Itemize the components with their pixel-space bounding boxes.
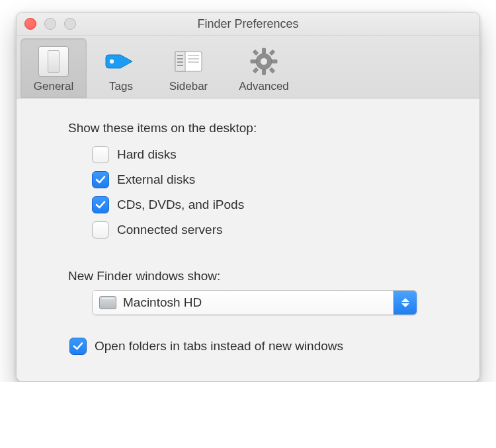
minimize-button[interactable]: [44, 18, 56, 30]
row-external-disks: External disks: [92, 171, 450, 188]
checkbox-connected-servers[interactable]: [92, 221, 109, 239]
window-title: Finder Preferences: [17, 13, 479, 35]
select-body: Macintosh HD: [93, 291, 393, 315]
svg-rect-12: [263, 69, 266, 75]
new-windows-heading: New Finder windows show:: [68, 269, 450, 283]
desktop-items-heading: Show these items on the desktop:: [68, 121, 450, 135]
svg-point-19: [261, 58, 268, 65]
svg-rect-14: [272, 60, 277, 63]
tab-tags-label: Tags: [93, 80, 149, 93]
svg-point-0: [110, 59, 114, 63]
gear-icon: [227, 44, 300, 79]
select-stepper-icon: [393, 291, 417, 315]
row-hard-disks: Hard disks: [92, 146, 450, 163]
svg-rect-11: [263, 48, 266, 54]
label-cds-dvds-ipods[interactable]: CDs, DVDs, and iPods: [117, 198, 244, 212]
row-connected-servers: Connected servers: [92, 221, 450, 239]
tag-icon: [93, 44, 149, 79]
tab-sidebar[interactable]: Sidebar: [155, 38, 222, 98]
hdd-icon: [99, 296, 116, 309]
new-windows-select[interactable]: Macintosh HD: [92, 290, 417, 315]
svg-rect-16: [269, 50, 274, 55]
checkbox-hard-disks[interactable]: [92, 146, 109, 163]
preferences-window: Finder Preferences General Tags: [16, 12, 480, 382]
label-connected-servers[interactable]: Connected servers: [117, 223, 222, 237]
svg-rect-17: [253, 67, 258, 73]
tab-general[interactable]: General: [21, 38, 87, 98]
tab-advanced[interactable]: Advanced: [223, 38, 305, 98]
row-tabs-option: Open folders in tabs instead of new wind…: [69, 338, 450, 355]
general-pane: Show these items on the desktop: Hard di…: [17, 98, 479, 381]
general-icon: [25, 44, 82, 79]
new-windows-selected: Macintosh HD: [123, 295, 202, 310]
checkbox-tabs-option[interactable]: [69, 338, 87, 355]
titlebar[interactable]: Finder Preferences: [17, 13, 479, 36]
label-tabs-option[interactable]: Open folders in tabs instead of new wind…: [95, 339, 343, 354]
svg-rect-18: [269, 67, 274, 73]
label-hard-disks[interactable]: Hard disks: [117, 147, 177, 162]
zoom-button[interactable]: [64, 18, 76, 30]
close-button[interactable]: [24, 18, 36, 30]
window-controls: [24, 18, 76, 30]
svg-rect-15: [253, 50, 258, 55]
tab-sidebar-label: Sidebar: [160, 80, 217, 93]
checkbox-external-disks[interactable]: [92, 171, 109, 188]
svg-rect-13: [251, 60, 256, 63]
label-external-disks[interactable]: External disks: [117, 172, 195, 187]
tab-general-label: General: [25, 80, 82, 93]
sidebar-icon: [160, 44, 217, 79]
row-cds-dvds-ipods: CDs, DVDs, and iPods: [92, 196, 450, 213]
tab-tags[interactable]: Tags: [88, 38, 154, 98]
checkbox-cds-dvds-ipods[interactable]: [92, 196, 109, 213]
tab-advanced-label: Advanced: [227, 80, 300, 93]
preferences-toolbar: General Tags: [17, 36, 479, 98]
